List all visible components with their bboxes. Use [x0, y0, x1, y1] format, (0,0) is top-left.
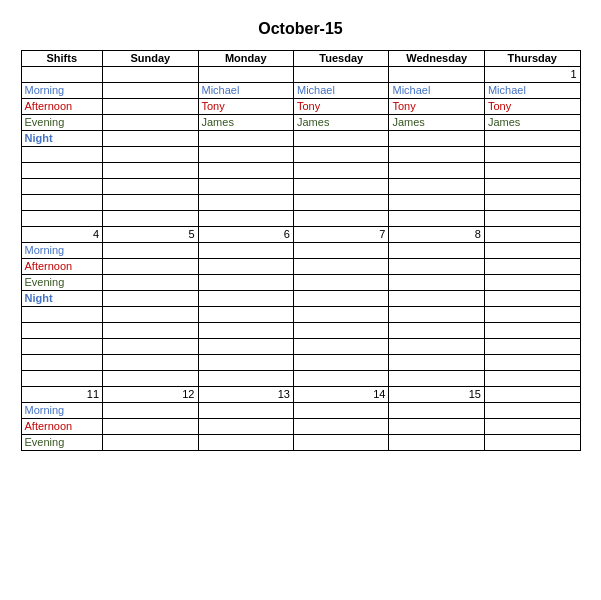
week2-evening-row: Evening	[21, 275, 580, 291]
week2-empty-4	[21, 355, 580, 371]
week1-empty-2	[21, 163, 580, 179]
shift-night-label: Night	[21, 131, 103, 147]
header-thursday: Thursday	[484, 51, 580, 67]
header-sunday: Sunday	[103, 51, 198, 67]
week1-morning-monday: Michael	[198, 83, 293, 99]
week2-empty-3	[21, 339, 580, 355]
week1-day-num: 1	[484, 67, 580, 83]
header-tuesday: Tuesday	[293, 51, 388, 67]
week1-number-row: 1	[21, 67, 580, 83]
week3-afternoon-row: Afternoon	[21, 419, 580, 435]
shift-morning-label: Morning	[21, 83, 103, 99]
week1-evening-row: Evening James James James James	[21, 115, 580, 131]
week3-morning-label: Morning	[21, 403, 103, 419]
shift-afternoon-label: Afternoon	[21, 99, 103, 115]
week2-tuesday-num: 6	[198, 227, 293, 243]
week1-afternoon-tuesday: Tony	[293, 99, 388, 115]
week3-tuesday-num: 13	[198, 387, 293, 403]
page-title: October-15	[21, 20, 581, 38]
week1-empty-3	[21, 179, 580, 195]
week1-morning-tuesday: Michael	[293, 83, 388, 99]
week1-night-row: Night	[21, 131, 580, 147]
week1-afternoon-thursday: Tony	[484, 99, 580, 115]
week2-number-row: 4 5 6 7 8	[21, 227, 580, 243]
week1-morning-row: Morning Michael Michael Michael Michael	[21, 83, 580, 99]
week2-night-label: Night	[21, 291, 103, 307]
week3-evening-row: Evening	[21, 435, 580, 451]
week1-morning-thursday: Michael	[484, 83, 580, 99]
week1-evening-monday: James	[198, 115, 293, 131]
week1-afternoon-row: Afternoon Tony Tony Tony Tony	[21, 99, 580, 115]
week3-monday-num: 12	[103, 387, 198, 403]
week1-evening-thursday: James	[484, 115, 580, 131]
week1-afternoon-monday: Tony	[198, 99, 293, 115]
week2-morning-row: Morning	[21, 243, 580, 259]
week1-evening-tuesday: James	[293, 115, 388, 131]
week2-sunday-num: 4	[21, 227, 103, 243]
week1-empty-1	[21, 147, 580, 163]
week2-evening-label: Evening	[21, 275, 103, 291]
week3-wednesday-num: 14	[293, 387, 388, 403]
week2-empty-5	[21, 371, 580, 387]
week3-sunday-num: 11	[21, 387, 103, 403]
week3-morning-row: Morning	[21, 403, 580, 419]
schedule-table: Shifts Sunday Monday Tuesday Wednesday T…	[21, 50, 581, 451]
week3-evening-label: Evening	[21, 435, 103, 451]
week2-thursday-num: 8	[389, 227, 484, 243]
week1-empty-5	[21, 211, 580, 227]
week3-number-row: 11 12 13 14 15	[21, 387, 580, 403]
week2-wednesday-num: 7	[293, 227, 388, 243]
week1-afternoon-wednesday: Tony	[389, 99, 484, 115]
week1-empty-4	[21, 195, 580, 211]
week2-night-row: Night	[21, 291, 580, 307]
week1-morning-wednesday: Michael	[389, 83, 484, 99]
shift-evening-label: Evening	[21, 115, 103, 131]
week1-evening-wednesday: James	[389, 115, 484, 131]
week2-monday-num: 5	[103, 227, 198, 243]
week3-afternoon-label: Afternoon	[21, 419, 103, 435]
week2-morning-label: Morning	[21, 243, 103, 259]
header-shifts: Shifts	[21, 51, 103, 67]
schedule-container: October-15 Shifts Sunday Monday Tuesday …	[21, 20, 581, 451]
header-monday: Monday	[198, 51, 293, 67]
week2-afternoon-label: Afternoon	[21, 259, 103, 275]
week2-empty-1	[21, 307, 580, 323]
week2-empty-2	[21, 323, 580, 339]
week2-afternoon-row: Afternoon	[21, 259, 580, 275]
week3-thursday-num: 15	[389, 387, 484, 403]
header-wednesday: Wednesday	[389, 51, 484, 67]
